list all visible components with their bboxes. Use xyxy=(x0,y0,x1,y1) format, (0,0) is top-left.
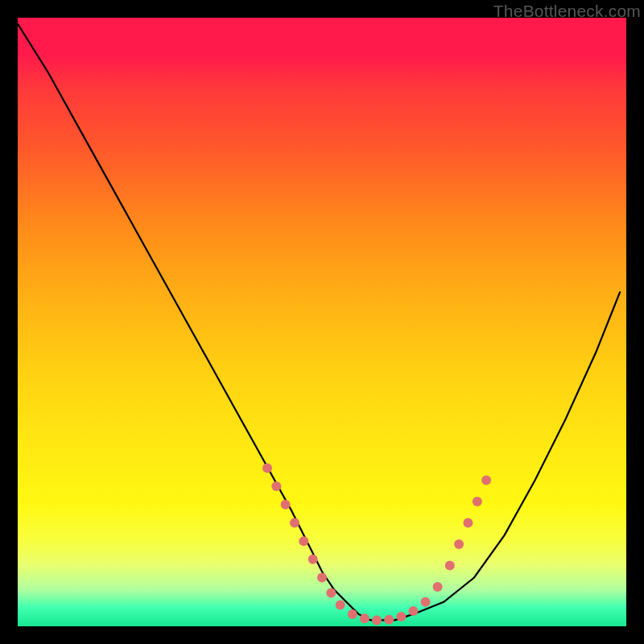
bead-point xyxy=(348,609,357,619)
bead-point xyxy=(281,500,291,510)
bottleneck-curve xyxy=(18,24,620,621)
bead-point xyxy=(262,463,272,473)
bead-point xyxy=(360,613,369,623)
bead-point xyxy=(299,536,308,546)
chart-svg xyxy=(18,18,626,626)
bead-point xyxy=(408,606,418,616)
bead-point xyxy=(481,476,491,485)
bead-point xyxy=(336,601,345,610)
bead-point xyxy=(454,539,464,549)
bead-point xyxy=(384,615,394,625)
bead-point xyxy=(445,560,455,570)
bead-point xyxy=(421,597,431,607)
bead-point xyxy=(463,518,473,528)
bead-point xyxy=(290,518,299,528)
credit-text: TheBottleneck.com xyxy=(493,2,641,21)
bead-point xyxy=(271,481,281,491)
bead-point xyxy=(396,612,406,621)
chart-container: TheBottleneck.com xyxy=(0,0,644,644)
bead-point xyxy=(326,588,336,597)
bead-point xyxy=(433,582,443,592)
bead-point xyxy=(372,615,382,625)
bead-point xyxy=(308,555,318,564)
bead-point xyxy=(473,497,482,506)
bead-point xyxy=(317,573,327,583)
curve-beads xyxy=(262,463,491,625)
